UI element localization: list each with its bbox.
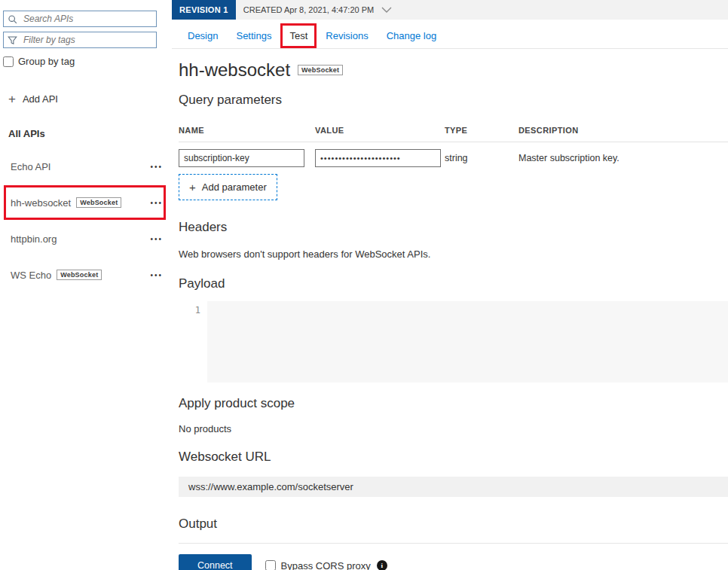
api-item-label: WS Echo	[11, 270, 51, 281]
search-icon	[8, 14, 17, 24]
bypass-cors-label: Bypass CORS proxy	[281, 560, 371, 570]
api-item-label: Echo API	[11, 161, 50, 172]
all-apis-heading: All APIs	[3, 128, 172, 139]
api-title-row: hh-websocket WebSocket	[179, 59, 728, 81]
add-parameter-label: Add parameter	[202, 181, 267, 193]
apim-test-page: Group by tag + Add API All APIs Echo API…	[0, 0, 728, 570]
query-parameter-row: string Master subscription key.	[179, 149, 728, 167]
revision-topbar: REVISION 1 CREATED Apr 8, 2021, 4:47:20 …	[172, 0, 728, 20]
api-list-item-httpbin[interactable]: httpbin.org •••	[3, 221, 172, 257]
filter-icon	[8, 35, 17, 45]
test-tab-content: hh-websocket WebSocket Query parameters …	[172, 49, 728, 570]
context-menu-icon[interactable]: •••	[150, 271, 163, 279]
add-api-label: Add API	[23, 93, 58, 105]
headers-heading: Headers	[179, 220, 728, 235]
filter-tags-box	[3, 32, 157, 48]
websocket-url-heading: Websocket URL	[179, 450, 728, 465]
payload-editor: 1	[179, 301, 728, 383]
api-list-item-echo-api[interactable]: Echo API •••	[3, 148, 172, 184]
add-parameter-button[interactable]: + Add parameter	[179, 174, 277, 200]
api-item-label: hh-websocket	[11, 197, 71, 209]
param-name-input[interactable]	[179, 149, 304, 167]
tab-design[interactable]: Design	[179, 23, 227, 48]
column-header-value: VALUE	[315, 126, 445, 135]
created-bar: CREATED Apr 8, 2021, 4:47:20 PM	[236, 0, 728, 20]
param-type: string	[445, 153, 518, 163]
page-title: hh-websocket	[179, 59, 290, 81]
payload-heading: Payload	[179, 276, 728, 291]
bypass-cors-checkbox[interactable]	[265, 560, 276, 570]
tab-change-log[interactable]: Change log	[378, 23, 446, 48]
context-menu-icon[interactable]: •••	[150, 163, 163, 171]
main-panel: REVISION 1 CREATED Apr 8, 2021, 4:47:20 …	[172, 0, 728, 570]
output-divider	[179, 543, 728, 544]
filter-tags-input[interactable]	[22, 34, 152, 46]
api-sidebar: Group by tag + Add API All APIs Echo API…	[0, 0, 172, 570]
param-value-input[interactable]	[315, 149, 441, 167]
output-heading: Output	[179, 517, 728, 532]
output-actions-row: Connect Bypass CORS proxy i	[179, 554, 728, 570]
plus-icon: +	[8, 93, 16, 105]
tab-settings[interactable]: Settings	[227, 23, 280, 48]
revision-badge: REVISION 1	[172, 0, 236, 20]
search-apis-input[interactable]	[22, 13, 152, 25]
context-menu-icon[interactable]: •••	[150, 199, 163, 207]
group-by-tag-row: Group by tag	[3, 56, 172, 67]
tab-test[interactable]: Test	[280, 23, 317, 48]
editor-line-number: 1	[179, 301, 207, 383]
query-parameters-table-header: NAME VALUE TYPE DESCRIPTION	[179, 126, 728, 142]
group-by-tag-checkbox[interactable]	[3, 56, 14, 67]
websocket-url-value: wss://www.example.com/socketserver	[188, 481, 353, 492]
headers-message: Web browsers don't support headers for W…	[179, 248, 728, 260]
api-list-item-hh-websocket[interactable]: hh-websocket WebSocket •••	[3, 184, 172, 221]
tab-test-label: Test	[289, 30, 307, 41]
api-list: Echo API ••• hh-websocket WebSocket ••• …	[3, 148, 172, 293]
tab-revisions[interactable]: Revisions	[317, 23, 377, 48]
product-scope-heading: Apply product scope	[179, 396, 728, 411]
chevron-down-icon[interactable]	[381, 7, 392, 13]
created-label: CREATED Apr 8, 2021, 4:47:20 PM	[243, 5, 374, 14]
websocket-url-field: wss://www.example.com/socketserver	[179, 477, 728, 497]
api-tabs: Design Settings Test Revisions Change lo…	[172, 23, 728, 49]
websocket-badge: WebSocket	[298, 65, 343, 75]
column-header-name: NAME	[179, 126, 315, 135]
connect-button[interactable]: Connect	[179, 554, 252, 570]
info-icon[interactable]: i	[377, 560, 387, 570]
product-scope-value: No products	[179, 423, 728, 434]
column-header-description: DESCRIPTION	[518, 126, 728, 135]
api-item-label: httpbin.org	[11, 233, 57, 245]
websocket-badge: WebSocket	[57, 270, 102, 280]
add-api-button[interactable]: + Add API	[3, 93, 58, 105]
column-header-type: TYPE	[445, 126, 518, 135]
api-list-item-ws-echo[interactable]: WS Echo WebSocket •••	[3, 257, 172, 293]
bypass-cors-row: Bypass CORS proxy	[265, 560, 371, 570]
search-apis-box	[3, 11, 157, 27]
context-menu-icon[interactable]: •••	[150, 235, 163, 243]
payload-code-area[interactable]	[207, 301, 728, 383]
plus-icon: +	[189, 181, 196, 193]
query-parameters-heading: Query parameters	[179, 93, 728, 108]
group-by-tag-label: Group by tag	[18, 56, 75, 67]
param-description: Master subscription key.	[518, 153, 728, 163]
websocket-badge: WebSocket	[76, 197, 121, 208]
